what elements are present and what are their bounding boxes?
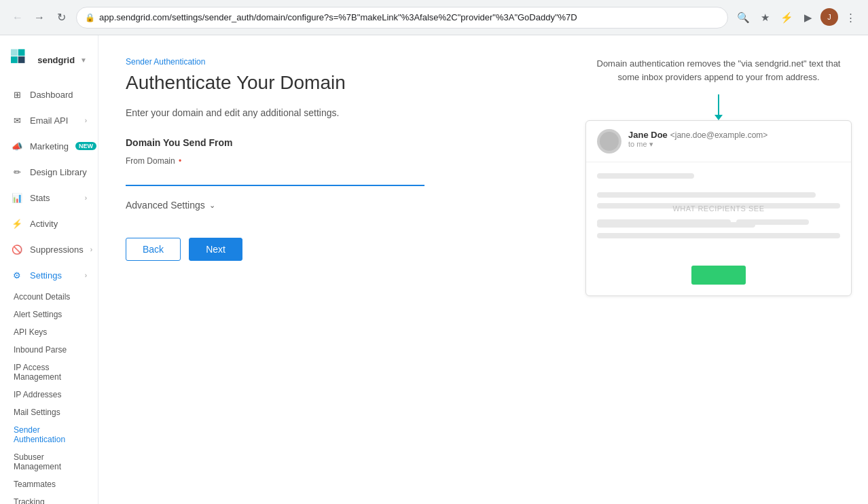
menu-button[interactable]: ⋮ xyxy=(841,8,860,27)
logo-chevron-icon: ▼ xyxy=(80,56,87,64)
sendgrid-logo xyxy=(11,49,32,71)
sidebar-label-design-library: Design Library xyxy=(30,167,87,177)
preview-arrow xyxy=(715,94,723,120)
browser-nav: ← → ↻ xyxy=(8,8,71,27)
from-domain-group: From Domain • xyxy=(126,156,424,186)
sidebar-item-dashboard[interactable]: ⊞ Dashboard xyxy=(0,82,98,107)
sidebar-item-sender-authentication[interactable]: Sender Authentication xyxy=(0,421,98,448)
skeleton-line-2 xyxy=(597,192,816,198)
cast-button[interactable]: ▶ xyxy=(799,8,818,27)
email-from-name: Jane Doe xyxy=(628,130,668,140)
arrow-line xyxy=(718,94,719,115)
app-container: sendgrid ▼ ⊞ Dashboard ✉ Email API › 📣 M… xyxy=(0,35,868,504)
sidebar-item-activity[interactable]: ⚡ Activity xyxy=(0,211,98,236)
extensions-button[interactable]: ⚡ xyxy=(777,8,796,27)
page-title: Authenticate Your Domain xyxy=(126,72,542,94)
sidebar-item-alert-settings[interactable]: Alert Settings xyxy=(0,306,98,323)
sidebar-item-mail-settings[interactable]: Mail Settings xyxy=(0,403,98,421)
sidebar-label-marketing: Marketing xyxy=(30,141,69,151)
activity-icon: ⚡ xyxy=(11,217,23,230)
advanced-settings-chevron-icon: ⌄ xyxy=(209,201,215,210)
forward-nav-button[interactable]: → xyxy=(30,8,49,27)
sidebar-item-suppressions[interactable]: 🚫 Suppressions › xyxy=(0,236,98,262)
skeleton-line-5 xyxy=(736,219,809,225)
email-from-line: Jane Doe <jane.doe@example.com> xyxy=(628,129,767,140)
sidebar-item-email-api[interactable]: ✉ Email API › xyxy=(0,107,98,133)
svg-rect-0 xyxy=(11,49,18,56)
sidebar-logo[interactable]: sendgrid ▼ xyxy=(0,41,98,82)
sidebar-item-inbound-parse[interactable]: Inbound Parse xyxy=(0,341,98,359)
suppressions-icon: 🚫 xyxy=(11,243,23,255)
stats-icon: 📊 xyxy=(11,192,23,204)
svg-rect-2 xyxy=(11,56,18,63)
email-api-chevron-icon: › xyxy=(85,117,87,124)
address-bar[interactable]: 🔒 app.sendgrid.com/settings/sender_auth/… xyxy=(76,7,728,29)
svg-rect-1 xyxy=(18,49,25,56)
settings-submenu: Account Details Alert Settings API Keys … xyxy=(0,288,98,504)
breadcrumb[interactable]: Sender Authentication xyxy=(126,57,542,67)
bookmark-button[interactable]: ★ xyxy=(755,8,774,27)
design-library-icon: ✏ xyxy=(11,166,23,178)
marketing-new-badge: NEW xyxy=(75,142,96,150)
preview-description: Domain authentication removes the "via s… xyxy=(585,57,852,84)
skeleton-line-4 xyxy=(597,219,731,225)
from-domain-input[interactable] xyxy=(126,168,424,186)
url-text: app.sendgrid.com/settings/sender_auth/do… xyxy=(99,12,577,22)
email-body: WHAT RECIPIENTS SEE xyxy=(586,162,851,255)
sidebar-item-subuser-management[interactable]: Subuser Management xyxy=(0,448,98,475)
search-browser-button[interactable]: 🔍 xyxy=(734,8,753,27)
sidebar-item-stats[interactable]: 📊 Stats › xyxy=(0,185,98,211)
sidebar-item-api-keys[interactable]: API Keys xyxy=(0,323,98,341)
sidebar-item-design-library[interactable]: ✏ Design Library xyxy=(0,159,98,185)
skeleton-line-1 xyxy=(597,173,694,179)
sidebar-item-account-details[interactable]: Account Details xyxy=(0,288,98,306)
advanced-settings-label: Advanced Settings xyxy=(126,200,205,211)
email-api-icon: ✉ xyxy=(11,114,23,126)
cta-button-preview xyxy=(691,266,746,285)
logo-text: sendgrid xyxy=(37,55,75,65)
email-from-email: <jane.doe@example.com> xyxy=(670,130,768,140)
sidebar-label-settings: Settings xyxy=(30,270,78,281)
stats-chevron-icon: › xyxy=(85,194,87,202)
sidebar-item-ip-access-management[interactable]: IP Access Management xyxy=(0,359,98,386)
lock-icon: 🔒 xyxy=(85,13,95,22)
sidebar-label-activity: Activity xyxy=(30,219,87,229)
main-content: Sender Authentication Authenticate Your … xyxy=(98,35,569,504)
advanced-settings-toggle[interactable]: Advanced Settings ⌄ xyxy=(126,200,542,211)
sidebar-label-email-api: Email API xyxy=(30,115,78,126)
marketing-icon: 📣 xyxy=(11,140,23,152)
page-subtitle: Enter your domain and edit any additiona… xyxy=(126,107,542,118)
skeleton-line-7 xyxy=(597,233,840,238)
profile-avatar[interactable]: J xyxy=(820,8,838,26)
email-preview: Jane Doe <jane.doe@example.com> to me ▾ xyxy=(585,120,852,296)
sender-avatar xyxy=(597,129,621,154)
next-button[interactable]: Next xyxy=(189,238,242,261)
avatar-inner xyxy=(600,132,619,151)
recipients-see-label: WHAT RECIPIENTS SEE xyxy=(672,204,764,213)
sidebar-item-ip-addresses[interactable]: IP Addresses xyxy=(0,386,98,403)
sidebar-item-settings[interactable]: ⚙ Settings › xyxy=(0,262,98,288)
back-button[interactable]: Back xyxy=(126,238,181,261)
preview-panel: Domain authentication removes the "via s… xyxy=(569,35,868,504)
settings-chevron-icon: › xyxy=(85,272,87,279)
back-nav-button[interactable]: ← xyxy=(8,8,27,27)
browser-actions: 🔍 ★ ⚡ ▶ J ⋮ xyxy=(734,8,860,27)
email-header: Jane Doe <jane.doe@example.com> to me ▾ xyxy=(586,121,851,162)
sidebar-item-teammates[interactable]: Teammates xyxy=(0,475,98,493)
svg-rect-3 xyxy=(18,56,25,63)
settings-icon: ⚙ xyxy=(11,269,23,281)
sidebar-label-dashboard: Dashboard xyxy=(30,90,87,100)
browser-chrome: ← → ↻ 🔒 app.sendgrid.com/settings/sender… xyxy=(0,0,868,35)
arrow-head xyxy=(715,115,723,120)
sidebar-item-marketing[interactable]: 📣 Marketing NEW › xyxy=(0,133,98,159)
sidebar-label-stats: Stats xyxy=(30,193,78,203)
sidebar: sendgrid ▼ ⊞ Dashboard ✉ Email API › 📣 M… xyxy=(0,35,98,504)
email-sender-info: Jane Doe <jane.doe@example.com> to me ▾ xyxy=(628,129,767,149)
domain-section-label: Domain You Send From xyxy=(126,137,542,148)
reload-button[interactable]: ↻ xyxy=(52,8,71,27)
dashboard-icon: ⊞ xyxy=(11,88,23,101)
preview-arrow-container xyxy=(585,94,852,120)
sidebar-label-suppressions: Suppressions xyxy=(30,245,84,255)
sidebar-item-tracking[interactable]: Tracking xyxy=(0,493,98,504)
email-to: to me ▾ xyxy=(628,140,767,149)
